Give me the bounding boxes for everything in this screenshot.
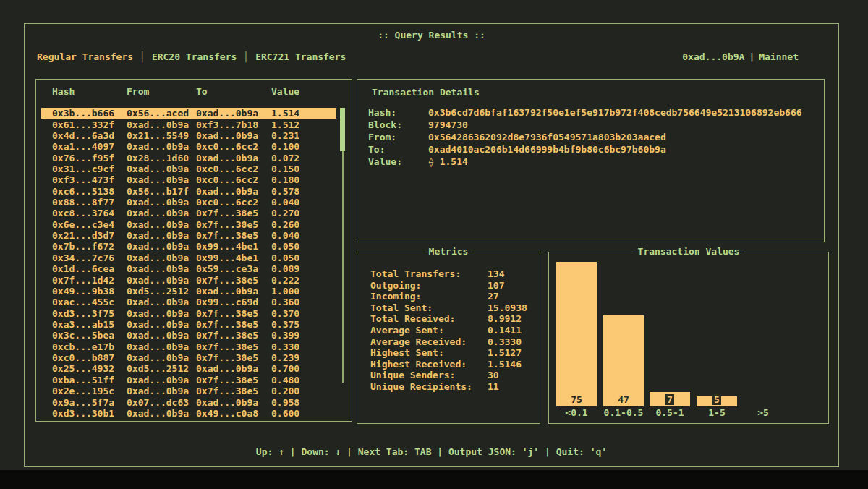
metric-label: Total Transfers:: [370, 268, 488, 280]
cell-from: 0xad...0b9a: [127, 219, 196, 230]
table-row[interactable]: 0xc8...37640xad...0b9a0x7f...38e50.270: [41, 208, 336, 218]
scrollbar-track[interactable]: [342, 151, 344, 383]
help-bar: Up: ↑ | Down: ↓ | Next Tab: TAB | Output…: [25, 446, 838, 457]
table-row[interactable]: 0xba...51ff0xad...0b9a0x7f...38e50.480: [41, 375, 336, 386]
table-row[interactable]: 0xd3...3f750xad...0b9a0x7f...38e50.370: [41, 307, 336, 318]
table-row[interactable]: 0x25...49320xd5...25120xad...0b9a0.700: [41, 363, 336, 374]
terminal-screen: :: Query Results :: Regular Transfers│ER…: [0, 0, 868, 470]
cell-from: 0xad...0b9a: [127, 263, 196, 274]
table-scrollbar[interactable]: [340, 108, 346, 419]
cell-value: 0.360: [271, 297, 336, 307]
table-row[interactable]: 0xf3...473f0xad...0b9a0xc0...6cc20.180: [41, 174, 336, 185]
table-row[interactable]: 0xac...455c0xad...0b9a0x99...c69d0.360: [41, 297, 336, 307]
cell-value: 0.260: [271, 219, 336, 230]
scrollbar-thumb[interactable]: [340, 108, 345, 151]
cell-value: 0.050: [271, 252, 336, 263]
metric-label: Highest Sent:: [370, 347, 488, 359]
detail-value: 0x564286362092d8e7936f0549571a803b203aac…: [428, 132, 666, 144]
cell-from: 0xad...0b9a: [127, 119, 196, 130]
cell-from: 0xad...0b9a: [127, 252, 196, 263]
table-row[interactable]: 0xc0...b8870xad...0b9a0x7f...38e50.239: [41, 352, 336, 363]
cell-hash: 0x34...7c76: [52, 252, 127, 263]
cell-to: 0xc0...6cc2: [196, 174, 271, 185]
table-row[interactable]: 0x31...c9cf0xad...0b9a0xc0...6cc20.150: [41, 163, 336, 174]
cell-value: 0.330: [271, 341, 336, 352]
cell-value: 0.270: [271, 208, 336, 218]
cell-value: 0.040: [271, 230, 336, 241]
table-row[interactable]: 0x7b...f6720xad...0b9a0x99...4be10.050: [41, 241, 336, 252]
cell-from: 0xad...0b9a: [127, 408, 196, 419]
cell-hash: 0xa1...4097: [52, 141, 127, 152]
app-window: :: Query Results :: Regular Transfers│ER…: [24, 23, 839, 467]
bar-value-text: 7: [665, 394, 674, 405]
cell-hash: 0xc6...5138: [52, 186, 127, 197]
transfers-table-panel: HashFromToValue 0x3b...b6660x56...aced0x…: [35, 79, 352, 422]
metric-value: 1.5127: [488, 347, 522, 359]
x-tick-label: 1-5: [697, 407, 737, 418]
cell-hash: 0xd3...30b1: [52, 408, 127, 419]
detail-value: 0x3b6cd7d6bfaf163792f50e1ef5e917b972f408…: [428, 107, 802, 119]
metric-label: Unique Recipients:: [370, 381, 488, 393]
table-row[interactable]: 0x61...332f0xad...0b9a0xf3...7b181.512: [41, 119, 336, 129]
table-row[interactable]: 0x6e...c3e40xad...0b9a0x7f...38e50.260: [41, 219, 336, 230]
cell-hash: 0x1d...6cea: [52, 263, 127, 274]
transaction-values-chart: Transaction Values 754775 <0.10.1-0.50.5…: [548, 252, 829, 424]
table-row[interactable]: 0x2e...195c0xad...0b9a0x7f...38e50.200: [41, 386, 336, 396]
cell-value: 1.000: [271, 286, 336, 297]
table-row[interactable]: 0xa1...40970xad...0b9a0xc0...6cc20.100: [41, 141, 336, 152]
metric-value: 27: [488, 291, 499, 302]
x-tick-label: 0.1-0.5: [603, 407, 644, 418]
cell-hash: 0x31...c9cf: [52, 163, 127, 174]
cell-from: 0xd5...2512: [127, 286, 196, 297]
wallet-address: 0xad...0b9A: [682, 51, 744, 62]
cell-value: 0.399: [271, 330, 336, 341]
table-row[interactable]: 0x3b...b6660x56...aced0xad...0b9a1.514: [41, 108, 336, 119]
metric-value: 15.0938: [488, 302, 527, 314]
tab-regular-transfers[interactable]: Regular Transfers: [37, 51, 133, 62]
cell-from: 0x28...1d60: [127, 153, 196, 163]
table-row[interactable]: 0x1d...6cea0xad...0b9a0x59...ce3a0.089: [41, 263, 336, 274]
cell-to: 0xad...0b9a: [196, 130, 271, 141]
bar-<0.1: [556, 262, 597, 406]
cell-value: 0.239: [271, 352, 336, 363]
table-row[interactable]: 0x76...f95f0x28...1d600xad...0b9a0.072: [41, 152, 336, 163]
metric-row: Average Sent:0.1411: [370, 325, 535, 336]
table-row[interactable]: 0x49...9b380xd5...25120xad...0b9a1.000: [41, 286, 336, 297]
table-row[interactable]: 0xd3...30b10xad...0b9a0x49...c0a80.600: [41, 408, 336, 419]
cell-from: 0xad...0b9a: [127, 297, 196, 307]
cell-from: 0xad...0b9a: [127, 341, 196, 352]
table-row[interactable]: 0x9a...5f7a0x07...dc630xad...0b9a0.958: [41, 396, 336, 407]
table-row[interactable]: 0xc6...51380x56...b17f0xad...0b9a0.578: [41, 186, 336, 197]
cell-from: 0x21...5549: [127, 130, 196, 141]
table-row[interactable]: 0x7f...1d420xad...0b9a0x7f...38e50.222: [41, 274, 336, 285]
table-row[interactable]: 0x3c...5bea0xad...0b9a0x7f...38e50.399: [41, 330, 336, 341]
table-row[interactable]: 0xcb...e17b0xad...0b9a0x7f...38e50.330: [41, 341, 336, 352]
metric-value: 8.9912: [488, 313, 522, 325]
tab-erc721-transfers[interactable]: ERC721 Transfers: [255, 51, 346, 62]
cell-from: 0xad...0b9a: [127, 275, 196, 286]
cell-to: 0xad...0b9a: [196, 286, 271, 297]
table-row[interactable]: 0x34...7c760xad...0b9a0x99...4be10.050: [41, 252, 336, 263]
tab-erc20-transfers[interactable]: ERC20 Transfers: [152, 51, 237, 62]
metric-value: 0.1411: [488, 325, 522, 336]
table-row[interactable]: 0x88...8f770xad...0b9a0xc0...6cc20.040: [41, 197, 336, 208]
cell-value: 0.100: [271, 141, 336, 152]
metrics-panel: Metrics Total Transfers:134Outgoing:107I…: [357, 252, 540, 424]
cell-to: 0x7f...38e5: [196, 319, 271, 330]
details-fields: Hash:0x3b6cd7d6bfaf163792f50e1ef5e917b97…: [368, 107, 818, 169]
metric-row: Total Sent:15.0938: [370, 302, 535, 314]
metric-label: Total Sent:: [370, 302, 488, 314]
cell-hash: 0x21...d3d7: [52, 230, 127, 241]
cell-from: 0xad...0b9a: [127, 330, 196, 341]
cell-to: 0xc0...6cc2: [196, 197, 271, 208]
table-header: HashFromToValue: [52, 86, 347, 97]
cell-from: 0x56...b17f: [127, 186, 196, 197]
cell-hash: 0x61...332f: [52, 119, 127, 130]
cell-hash: 0xc8...3764: [52, 208, 127, 218]
table-row[interactable]: 0x4d...6a3d0x21...55490xad...0b9a0.231: [41, 130, 336, 141]
detail-field: From:0x564286362092d8e7936f0549571a803b2…: [368, 132, 818, 144]
table-row[interactable]: 0xa3...ab150xad...0b9a0x7f...38e50.375: [41, 319, 336, 330]
table-row[interactable]: 0x21...d3d70xad...0b9a0x7f...38e50.040: [41, 230, 336, 241]
cell-value: 0.180: [271, 174, 336, 185]
metric-row: Total Transfers:134: [370, 268, 535, 280]
